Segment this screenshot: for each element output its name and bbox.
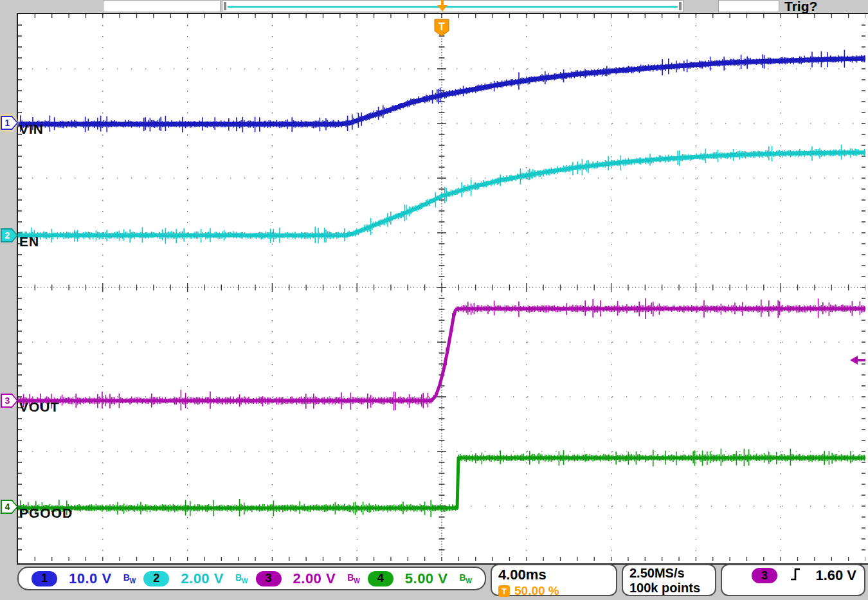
channel-scale-readouts: 1 10.0 V BW 2 2.00 V BW 3 2.00 V BW 4 5.…: [17, 567, 486, 590]
trace-label-pgood: PGOOD: [19, 505, 73, 521]
svg-text:T: T: [439, 21, 445, 32]
ch3-badge: 3: [256, 571, 282, 586]
graticule-and-traces: T: [18, 14, 865, 561]
hpos-left-bracket-icon: [224, 2, 226, 10]
ch3-position-marker[interactable]: 3: [1, 394, 18, 408]
top-status-strip: Trig?: [0, 0, 868, 13]
ch2-scale: 2.00 V: [181, 570, 224, 587]
horizontal-position-bar[interactable]: [222, 0, 683, 12]
trigger-level-value: 1.60 V: [815, 567, 856, 584]
top-menu-area-left: [103, 0, 221, 12]
waveform-display: T: [17, 13, 868, 565]
rising-edge-icon: [789, 567, 802, 585]
ch3-bandwidth-limit-indicator: BW: [347, 572, 360, 585]
trigger-position-value: 50.00 %: [514, 584, 559, 598]
ch1-readout: 1 10.0 V BW: [28, 570, 140, 587]
ch1-badge: 1: [32, 571, 57, 586]
acquisition-readout: 2.50MS/s 100k points: [622, 564, 716, 596]
timebase-value: 4.00ms: [498, 567, 610, 583]
top-menu-area-right: [718, 0, 779, 12]
trace-label-vout: VOUT: [19, 399, 59, 415]
trace-label-en: EN: [19, 234, 39, 250]
ch3-readout: 3 2.00 V BW: [252, 570, 364, 587]
ch2-badge: 2: [143, 571, 169, 586]
trigger-readout: 3 1.60 V: [721, 564, 865, 596]
record-length-value: 100k points: [629, 581, 709, 595]
timebase-readout: 4.00ms T 50.00 %: [491, 564, 617, 596]
trace-label-vin: VIN: [19, 122, 44, 137]
ch4-bandwidth-limit-indicator: BW: [459, 572, 472, 585]
hpos-right-bracket-icon: [679, 2, 682, 10]
ch1-position-marker[interactable]: 1: [1, 116, 18, 130]
ch4-scale: 5.00 V: [405, 570, 448, 587]
oscilloscope-screen-capture: Trig? T 1 2 3 4 VIN EN VOUT PGOOD 1 10.0…: [0, 0, 868, 600]
ch2-bandwidth-limit-indicator: BW: [235, 572, 248, 585]
ch1-bandwidth-limit-indicator: BW: [123, 572, 136, 585]
trigger-source-badge: 3: [752, 568, 777, 583]
trigger-status-text: Trig?: [784, 0, 817, 14]
ch4-readout: 4 5.00 V BW: [364, 570, 476, 587]
ch2-readout: 2 2.00 V BW: [140, 570, 251, 587]
horizontal-position-track: [228, 6, 678, 8]
ch1-scale: 10.0 V: [69, 570, 112, 587]
ch2-position-marker[interactable]: 2: [1, 228, 18, 242]
ch4-badge: 4: [368, 571, 393, 586]
sample-rate-value: 2.50MS/s: [629, 566, 709, 581]
ch4-position-marker[interactable]: 4: [1, 500, 18, 514]
trigger-icon: T: [498, 585, 510, 597]
ch3-scale: 2.00 V: [293, 570, 336, 587]
